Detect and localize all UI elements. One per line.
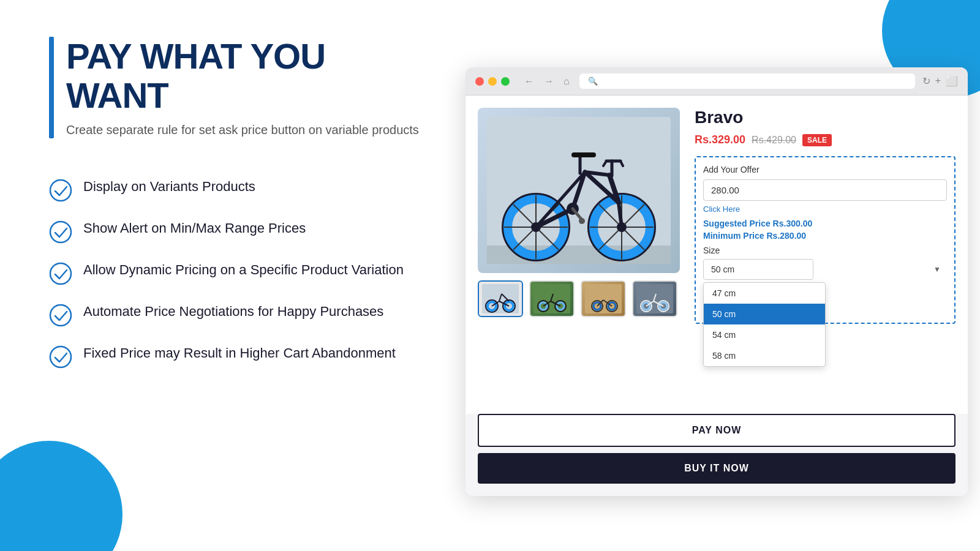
right-panel: ← → ⌂ 🔍 ↻ + ⬜ <box>466 37 968 527</box>
svg-point-2 <box>50 263 71 284</box>
product-images <box>478 108 680 402</box>
search-icon: 🔍 <box>588 77 598 86</box>
minimum-price: Minimum Price Rs.280.00 <box>703 231 947 241</box>
refresh-icon[interactable]: ↻ <box>922 75 930 87</box>
traffic-lights <box>475 77 510 86</box>
size-select-wrapper: 47 cm 50 cm 54 cm 58 cm ▼ 47 cm 50 cm 54… <box>703 259 947 280</box>
price-current: Rs.329.00 <box>695 133 745 146</box>
dropdown-option-50[interactable]: 50 cm <box>704 304 825 324</box>
traffic-light-green[interactable] <box>501 77 510 86</box>
feature-item-2: Show Alert on Min/Max Range Prices <box>49 219 429 244</box>
pay-now-button[interactable]: PAY NOW <box>478 414 956 447</box>
browser-nav: ← → ⌂ <box>522 75 572 88</box>
offer-label: Add Your Offer <box>703 165 947 174</box>
traffic-light-red[interactable] <box>475 77 484 86</box>
offer-input[interactable] <box>703 179 947 201</box>
thumbnail-row <box>478 280 680 317</box>
browser-buttons: PAY NOW BUY IT NOW <box>466 414 968 496</box>
check-circle-icon-3 <box>49 262 72 285</box>
size-select[interactable]: 47 cm 50 cm 54 cm 58 cm <box>703 259 813 280</box>
check-circle-icon-4 <box>49 304 72 327</box>
select-arrow-icon: ▼ <box>933 265 941 274</box>
feature-label-5: Fixed Price may Result in Higher Cart Ab… <box>83 344 396 363</box>
offer-box: Add Your Offer Click Here Suggested Pric… <box>695 156 956 324</box>
nav-back-icon[interactable]: ← <box>522 75 537 88</box>
features-list: Display on Variants Products Show Alert … <box>49 178 429 369</box>
product-name: Bravo <box>695 108 956 127</box>
thumbnail-2[interactable] <box>529 280 575 317</box>
thumbnail-3[interactable] <box>581 280 626 317</box>
feature-item-3: Allow Dynamic Pricing on a Specific Prod… <box>49 261 429 285</box>
size-dropdown: 47 cm 50 cm 54 cm 58 cm <box>703 282 826 367</box>
dropdown-option-54[interactable]: 54 cm <box>704 324 825 345</box>
menu-icon[interactable]: ⬜ <box>946 75 958 87</box>
check-circle-icon <box>49 179 72 202</box>
click-here-link[interactable]: Click Here <box>703 204 947 214</box>
heading-text: PAY WHAT YOU WANT Create separate rule f… <box>66 37 429 138</box>
svg-point-3 <box>50 305 71 326</box>
nav-forward-icon[interactable]: → <box>541 75 556 88</box>
price-original: Rs.429.00 <box>752 135 796 146</box>
feature-item-5: Fixed Price may Result in Higher Cart Ab… <box>49 344 429 369</box>
bicycle-illustration <box>487 117 671 264</box>
feature-item-1: Display on Variants Products <box>49 178 429 202</box>
min-price-value: Rs.280.00 <box>766 231 806 241</box>
heading-accent-bar <box>49 37 54 138</box>
svg-rect-40 <box>571 152 596 157</box>
check-circle-icon-5 <box>49 345 72 369</box>
suggested-price-label: Suggested Price <box>703 219 771 228</box>
dropdown-option-58[interactable]: 58 cm <box>704 345 825 366</box>
browser-toolbar: ← → ⌂ 🔍 ↻ + ⬜ <box>466 67 968 96</box>
svg-point-38 <box>579 218 585 224</box>
main-product-image <box>478 108 680 273</box>
feature-label-4: Automate Price Negotiations for Happy Pu… <box>83 302 383 321</box>
feature-label-1: Display on Variants Products <box>83 178 255 197</box>
check-circle-icon-2 <box>49 220 72 244</box>
thumbnail-4[interactable] <box>632 280 677 317</box>
heading-block: PAY WHAT YOU WANT Create separate rule f… <box>49 37 429 138</box>
price-row: Rs.329.00 Rs.429.00 SALE <box>695 133 956 146</box>
suggested-price-value: Rs.300.00 <box>773 219 813 228</box>
feature-label-3: Allow Dynamic Pricing on a Specific Prod… <box>83 261 404 280</box>
product-details: Bravo Rs.329.00 Rs.429.00 SALE Add Your … <box>695 108 956 402</box>
browser-window: ← → ⌂ 🔍 ↻ + ⬜ <box>466 67 968 496</box>
add-tab-icon[interactable]: + <box>935 75 941 87</box>
page-title: PAY WHAT YOU WANT <box>66 37 429 115</box>
thumbnail-1[interactable] <box>478 280 523 317</box>
browser-addressbar[interactable]: 🔍 <box>579 73 915 89</box>
left-panel: PAY WHAT YOU WANT Create separate rule f… <box>49 37 429 527</box>
svg-point-4 <box>50 347 71 367</box>
suggested-price: Suggested Price Rs.300.00 <box>703 219 947 228</box>
browser-content: Bravo Rs.329.00 Rs.429.00 SALE Add Your … <box>466 96 968 414</box>
min-price-label: Minimum Price <box>703 231 764 241</box>
buy-now-button[interactable]: BUY IT NOW <box>478 453 956 484</box>
feature-item-4: Automate Price Negotiations for Happy Pu… <box>49 302 429 327</box>
traffic-light-yellow[interactable] <box>488 77 497 86</box>
sale-badge: SALE <box>802 134 832 146</box>
feature-label-2: Show Alert on Min/Max Range Prices <box>83 219 306 238</box>
svg-point-1 <box>50 222 71 242</box>
browser-actions: ↻ + ⬜ <box>922 75 958 87</box>
size-label: Size <box>703 246 947 255</box>
svg-point-0 <box>50 180 71 201</box>
dropdown-option-47[interactable]: 47 cm <box>704 283 825 304</box>
page-subtitle: Create separate rule for set ask price b… <box>66 121 429 138</box>
nav-home-icon[interactable]: ⌂ <box>561 75 572 88</box>
